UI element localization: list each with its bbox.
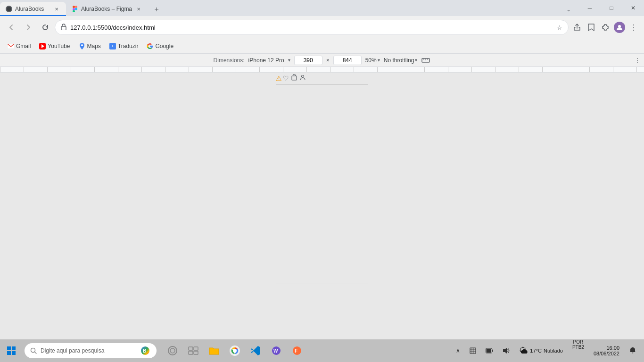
bookmark-button[interactable] [585, 21, 598, 34]
taskbar: Digite aqui para pesquisa B [0, 339, 644, 362]
title-bar: AluraBooks ✕ AluraBooks – Figma ✕ [0, 0, 644, 16]
mobile-icons-bar: ⚠ ♡ [276, 74, 306, 82]
extensions-button[interactable] [599, 21, 612, 34]
taskbar-app-vscode[interactable] [245, 339, 266, 362]
weather-cloud-icon: 🌥 [520, 346, 528, 356]
width-input[interactable] [294, 56, 322, 65]
svg-rect-41 [492, 350, 493, 352]
start-button[interactable] [0, 339, 23, 362]
svg-rect-5 [61, 26, 66, 30]
maps-favicon [79, 43, 85, 49]
bookmark-maps[interactable]: Maps [75, 41, 105, 51]
svg-rect-35 [470, 348, 476, 354]
svg-rect-1 [75, 6, 77, 8]
mobile-frame [276, 84, 368, 283]
google-favicon [147, 43, 153, 49]
weather-label: Nublado [544, 348, 563, 354]
tabs-area: AluraBooks ✕ AluraBooks – Figma ✕ [0, 0, 579, 16]
lock-icon [61, 24, 66, 32]
height-input[interactable] [333, 56, 362, 65]
bag-icon [291, 74, 297, 82]
volume-icon [503, 347, 510, 354]
device-dropdown-arrow[interactable]: ▾ [288, 58, 290, 63]
notification-button[interactable] [625, 339, 640, 362]
svg-rect-17 [12, 351, 16, 355]
svg-point-23 [170, 348, 175, 353]
battery-icon [486, 348, 493, 354]
temperature-text: 17°C [530, 348, 542, 354]
tab-alurabooks-favicon [6, 6, 12, 12]
url-bookmark-icon[interactable]: ☆ [557, 24, 562, 31]
language-area[interactable]: POR PTB2 [569, 339, 588, 362]
show-hidden-icons[interactable]: ∧ [452, 339, 464, 362]
url-bar[interactable]: 127.0.0.1:5500/docs/index.html ☆ [55, 20, 569, 35]
taskbar-app-chrome[interactable] [224, 339, 245, 362]
heart-icon: ♡ [283, 74, 289, 82]
window-controls: ─ □ ✕ [579, 0, 644, 16]
weather-area[interactable]: 🌥 17°C Nublado [516, 339, 567, 362]
bookmark-google[interactable]: Google [143, 41, 177, 51]
toolbar-icons: ⋮ [570, 21, 640, 34]
user-icon [299, 74, 306, 82]
svg-rect-3 [73, 10, 75, 13]
reload-button[interactable] [38, 20, 53, 35]
weather-info: 🌥 17°C Nublado [520, 346, 563, 356]
svg-text:B: B [143, 348, 146, 354]
svg-text:F: F [295, 348, 297, 354]
taskbar-search[interactable]: Digite aqui para pesquisa B [25, 343, 157, 358]
maximize-button[interactable]: □ [601, 0, 622, 16]
svg-rect-24 [189, 347, 193, 350]
bookmark-youtube-label: YouTube [48, 43, 70, 49]
throttle-dropdown-arrow: ▾ [415, 58, 417, 63]
svg-rect-14 [7, 346, 11, 350]
zoom-select[interactable]: 50% ▾ [365, 57, 380, 64]
mobile-content [276, 85, 368, 283]
clock-time: 16:00 [606, 345, 619, 351]
taskbar-app-1[interactable]: W [266, 339, 287, 362]
tab-alurabooks-close[interactable]: ✕ [53, 5, 60, 13]
notification-icon [629, 347, 636, 354]
zoom-value: 50% [365, 57, 377, 64]
tab-figma-close[interactable]: ✕ [135, 5, 142, 13]
share-button[interactable] [570, 21, 584, 34]
translate-favicon: T [109, 43, 116, 49]
more-button[interactable]: ⋮ [627, 21, 640, 34]
bookmarks-bar: Gmail YouTube Maps T Traduzir [0, 39, 644, 54]
profile-button[interactable] [613, 21, 626, 34]
svg-point-13 [302, 75, 304, 78]
svg-rect-26 [189, 351, 193, 354]
bookmark-youtube[interactable]: YouTube [35, 41, 74, 51]
forward-button[interactable] [21, 20, 36, 35]
devtools-more-button[interactable]: ⋮ [635, 57, 640, 64]
minimize-button[interactable]: ─ [579, 0, 601, 16]
volume-icon-area[interactable] [499, 339, 514, 362]
new-tab-button[interactable]: + [150, 3, 163, 16]
throttle-select[interactable]: No throttling ▾ [384, 57, 418, 64]
tab-figma[interactable]: AluraBooks – Figma ✕ [66, 2, 148, 16]
chrome-tabs-menu[interactable]: ⌄ [562, 3, 575, 16]
back-button[interactable] [4, 20, 19, 35]
dimension-x: × [326, 57, 330, 64]
dimensions-label: Dimensions: [214, 57, 245, 64]
tab-alurabooks[interactable]: AluraBooks ✕ [0, 2, 66, 16]
taskbar-apps: W F [162, 339, 307, 362]
svg-point-22 [168, 346, 177, 355]
svg-rect-12 [292, 76, 297, 80]
tab-alurabooks-title: AluraBooks [15, 6, 50, 12]
taskbar-app-taskview[interactable] [183, 339, 204, 362]
bookmark-traduzir-label: Traduzir [118, 43, 139, 49]
bookmark-gmail[interactable]: Gmail [4, 41, 34, 51]
battery-icon-area[interactable] [482, 339, 497, 362]
bookmark-google-label: Google [155, 43, 173, 49]
network-icon-area[interactable] [466, 339, 480, 362]
content-area: ⚠ ♡ [0, 73, 644, 339]
clock-area[interactable]: 16:00 08/06/2022 [590, 339, 623, 362]
taskbar-app-2[interactable]: F [287, 339, 307, 362]
bookmark-traduzir[interactable]: T Traduzir [106, 41, 142, 51]
taskbar-app-explorer[interactable] [204, 339, 224, 362]
taskbar-app-cortana[interactable] [162, 339, 183, 362]
ruler-button[interactable] [421, 56, 430, 65]
svg-line-19 [35, 352, 37, 354]
ruler-ticks [0, 67, 644, 73]
close-button[interactable]: ✕ [622, 0, 644, 16]
